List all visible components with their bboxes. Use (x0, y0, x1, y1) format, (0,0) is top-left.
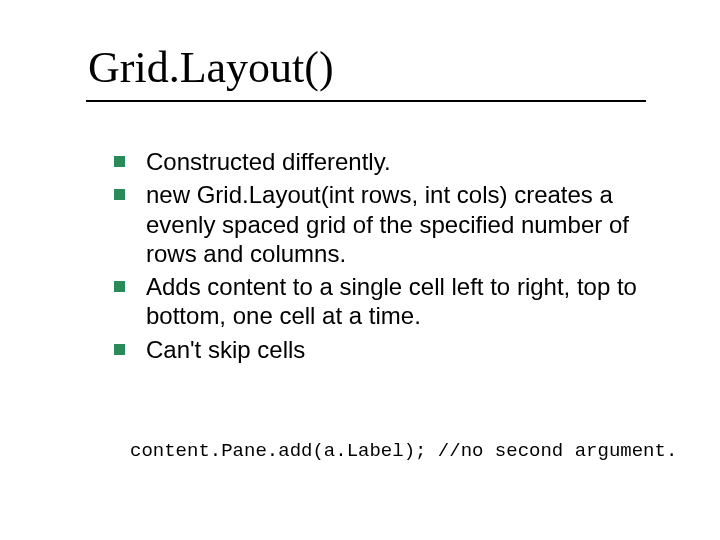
square-bullet-icon (114, 281, 125, 292)
bullet-text: new Grid.Layout(int rows, int cols) crea… (146, 181, 629, 267)
list-item: Can't skip cells (114, 335, 674, 364)
bullet-list: Constructed differently. new Grid.Layout… (114, 147, 674, 368)
square-bullet-icon (114, 189, 125, 200)
bullet-text: Constructed differently. (146, 148, 391, 175)
bullet-text: Adds content to a single cell left to ri… (146, 273, 637, 329)
slide: Grid.Layout() Constructed differently. n… (0, 0, 720, 540)
code-line: content.Pane.add(a.Label); //no second a… (130, 440, 677, 462)
title-underline (86, 100, 646, 102)
list-item: new Grid.Layout(int rows, int cols) crea… (114, 180, 674, 268)
list-item: Constructed differently. (114, 147, 674, 176)
list-item: Adds content to a single cell left to ri… (114, 272, 674, 331)
bullet-text: Can't skip cells (146, 336, 305, 363)
square-bullet-icon (114, 156, 125, 167)
slide-title: Grid.Layout() (88, 42, 334, 93)
square-bullet-icon (114, 344, 125, 355)
